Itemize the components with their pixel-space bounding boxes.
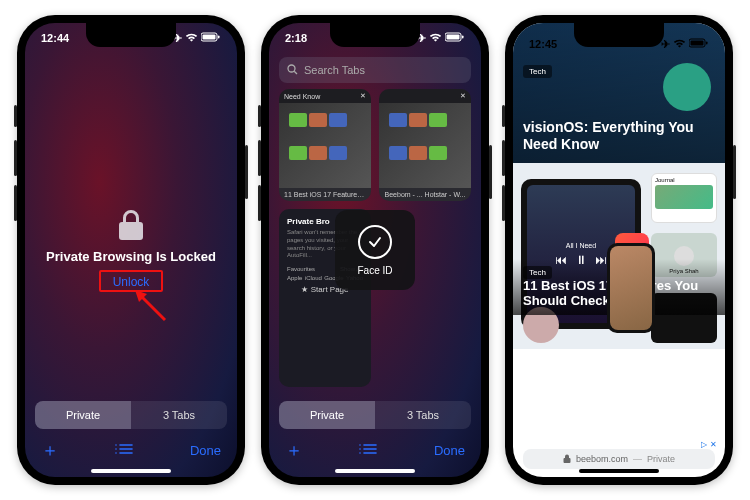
svg-line-15 (294, 71, 297, 74)
lock-icon (118, 209, 144, 241)
close-icon[interactable]: ✕ (460, 92, 466, 100)
done-button[interactable]: Done (190, 443, 221, 458)
bottom-toolbar: ＋ Done (269, 433, 481, 467)
svg-line-3 (141, 296, 165, 320)
screen-2: 2:18 ✈︎ Search Tabs Need Know✕ 11 Best i… (269, 23, 481, 477)
category-badge: Tech (523, 65, 552, 78)
home-indicator[interactable] (91, 469, 171, 473)
close-icon[interactable]: ✕ (360, 92, 366, 100)
svg-rect-2 (218, 36, 220, 39)
notch (86, 23, 176, 47)
addr-host: beebom.com (576, 454, 628, 464)
feature-image: All I Need ⏮⏸⏭ Journal 17 Priya Shah Tec… (513, 163, 725, 349)
tab-group-segmented[interactable]: Private 3 Tabs (35, 401, 227, 429)
battery-icon (445, 32, 465, 44)
battery-icon (201, 32, 221, 44)
hero-title: visionOS: Everything You Need Know (523, 119, 715, 153)
phone-frame-1: 12:44 ✈︎ Private Browsing Is Locked Unlo… (17, 15, 245, 485)
status-time: 12:45 (529, 38, 557, 50)
done-button[interactable]: Done (434, 443, 465, 458)
wifi-icon (673, 38, 686, 50)
faceid-label: Face ID (357, 265, 392, 276)
tab-group-segmented[interactable]: Private 3 Tabs (279, 401, 471, 429)
wifi-icon (185, 32, 198, 44)
home-indicator[interactable] (335, 469, 415, 473)
battery-icon (689, 38, 709, 50)
tab-groups-icon[interactable] (358, 440, 378, 461)
search-placeholder: Search Tabs (304, 64, 365, 76)
phone-frame-2: 2:18 ✈︎ Search Tabs Need Know✕ 11 Best i… (261, 15, 489, 485)
screen-1: 12:44 ✈︎ Private Browsing Is Locked Unlo… (25, 23, 237, 477)
annotation-arrow (131, 286, 175, 330)
svg-rect-1 (203, 35, 216, 40)
status-icons: ✈︎ (661, 38, 709, 51)
hero-graphic (663, 63, 711, 111)
svg-rect-12 (447, 35, 460, 40)
status-time: 2:18 (285, 32, 307, 44)
address-bar[interactable]: beebom.com — Private (523, 449, 715, 469)
screen-3: 12:45 ✈︎ Tech visionOS: Everything You N… (513, 23, 725, 477)
locked-title: Private Browsing Is Locked (46, 249, 216, 264)
status-time: 12:44 (41, 32, 69, 44)
tab-thumbnail (379, 103, 471, 188)
seg-tabs[interactable]: 3 Tabs (131, 401, 227, 429)
journal-card: Journal (651, 173, 717, 223)
addr-mode: Private (647, 454, 675, 464)
iphone-mock (607, 243, 655, 333)
notch (574, 23, 664, 47)
svg-point-14 (288, 65, 295, 72)
wifi-icon (429, 32, 442, 44)
adchoices-icon[interactable]: ▷✕ (701, 440, 717, 449)
seg-tabs[interactable]: 3 Tabs (375, 401, 471, 429)
status-icons: ✈︎ (173, 32, 221, 45)
lock-icon (563, 454, 571, 465)
tab-footer: Beebom - ... Hotstar - W... (379, 188, 471, 201)
bottom-toolbar: ＋ Done (25, 433, 237, 467)
new-tab-icon[interactable]: ＋ (285, 438, 303, 462)
phone-frame-3: 12:45 ✈︎ Tech visionOS: Everything You N… (505, 15, 733, 485)
notch (330, 23, 420, 47)
search-icon (287, 64, 298, 77)
seg-private[interactable]: Private (35, 401, 131, 429)
tab-groups-icon[interactable] (114, 440, 134, 461)
faceid-overlay: Face ID (335, 210, 415, 290)
music-label: All I Need (566, 242, 596, 249)
tab-card[interactable]: Need Know✕ 11 Best iOS 17 Features You S… (279, 89, 371, 201)
svg-rect-23 (691, 41, 704, 46)
seg-private[interactable]: Private (279, 401, 375, 429)
svg-rect-24 (706, 42, 708, 45)
article-page[interactable]: 12:45 ✈︎ Tech visionOS: Everything You N… (513, 23, 725, 477)
tab-footer: 11 Best iOS 17 Features You Should Check… (279, 188, 371, 201)
svg-rect-13 (462, 36, 464, 39)
tab-card[interactable]: ✕ Beebom - ... Hotstar - W... (379, 89, 471, 201)
tab-title: Need Know (284, 93, 320, 100)
new-tab-icon[interactable]: ＋ (41, 438, 59, 462)
checkmark-icon (358, 225, 392, 259)
home-indicator[interactable] (579, 469, 659, 473)
status-icons: ✈︎ (417, 32, 465, 45)
tab-thumbnail (279, 103, 371, 188)
search-tabs-field[interactable]: Search Tabs (279, 57, 471, 83)
